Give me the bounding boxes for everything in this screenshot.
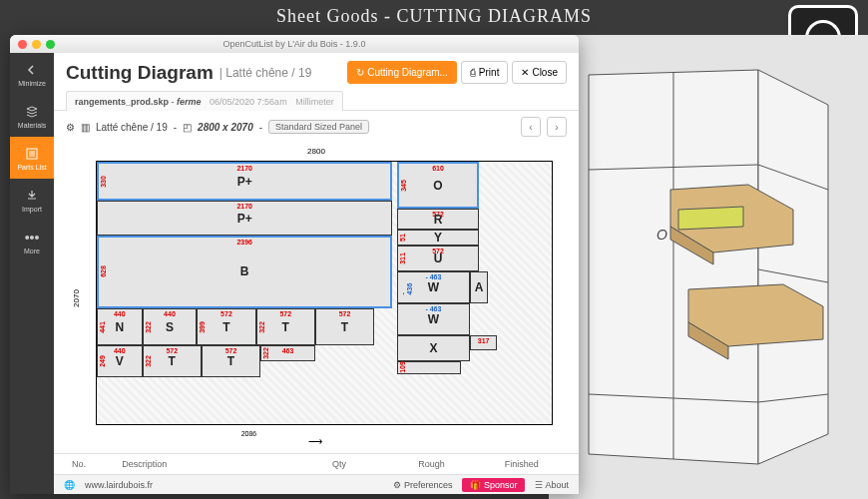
panel-size: 2800 x 2070 bbox=[198, 122, 253, 133]
cut-part-T[interactable]: T572 bbox=[315, 308, 374, 345]
part-label: T bbox=[227, 354, 234, 368]
svg-marker-2 bbox=[758, 70, 828, 464]
cut-part-V[interactable]: V440249 bbox=[97, 345, 143, 377]
cut-part-A[interactable]: A bbox=[470, 271, 488, 303]
part-label: B bbox=[240, 264, 249, 278]
prev-page-button[interactable]: ‹ bbox=[521, 117, 541, 137]
panel-info-bar: ⚙ ▥ Latté chêne / 19 - ◰ 2800 x 2070 - S… bbox=[54, 111, 579, 143]
window-title: OpenCutList by L'Air du Bois - 1.9.0 bbox=[10, 39, 579, 49]
dots-icon: ••• bbox=[24, 230, 40, 246]
sidebar-item-parts-list[interactable]: Parts List bbox=[10, 137, 54, 179]
dim-panel-height: 2070 bbox=[72, 289, 81, 307]
col-rough: Rough bbox=[386, 457, 476, 471]
dim-height: 628 bbox=[100, 266, 107, 278]
preferences-link[interactable]: ⚙ Preferences bbox=[393, 480, 452, 490]
dim-height: 322 bbox=[145, 321, 152, 333]
cut-part-S[interactable]: S440322 bbox=[143, 308, 198, 345]
import-icon bbox=[24, 188, 40, 204]
dim-width: 572 bbox=[432, 211, 444, 218]
footer-url[interactable]: www.lairdubois.fr bbox=[85, 480, 153, 490]
cut-part-W[interactable]: W- 463- 436 bbox=[397, 271, 470, 303]
refresh-icon: ↻ bbox=[356, 67, 364, 78]
grain-direction-arrow: ⟶ bbox=[308, 436, 324, 447]
dim-width: 572 bbox=[432, 248, 444, 254]
cut-part-X[interactable]: X bbox=[397, 335, 470, 361]
cut-part-offcut[interactable]: 463322 bbox=[260, 345, 315, 361]
part-label: O bbox=[433, 179, 442, 193]
footer-bar: 🌐 www.lairdubois.fr ⚙ Preferences 🎁 Spon… bbox=[54, 474, 579, 494]
titlebar: OpenCutList by L'Air du Bois - 1.9.0 bbox=[10, 35, 579, 53]
dim-width: - 463 bbox=[425, 273, 441, 280]
cut-part-offcut[interactable]: 109 bbox=[397, 361, 461, 374]
cut-part-R[interactable]: R572 bbox=[397, 209, 479, 230]
svg-marker-11 bbox=[678, 207, 743, 230]
tab-file[interactable]: rangements_prod.skp - ferme 06/05/2020 7… bbox=[66, 91, 343, 111]
gear-icon: ⚙ bbox=[393, 480, 401, 490]
dim-width: 572 bbox=[220, 310, 232, 317]
dim-height: 51 bbox=[399, 234, 406, 242]
part-label: T bbox=[282, 320, 289, 334]
dim-height: 322 bbox=[145, 355, 152, 367]
part-label: T bbox=[169, 354, 176, 368]
dim-height: 311 bbox=[399, 252, 406, 264]
dim-height: 399 bbox=[199, 321, 206, 333]
chevron-left-icon bbox=[24, 62, 40, 78]
dim-width: 463 bbox=[282, 347, 294, 354]
cut-part-P+[interactable]: P+2170 bbox=[97, 201, 392, 235]
cut-part-T[interactable]: T572322 bbox=[143, 345, 202, 377]
sidebar-item-import[interactable]: Import bbox=[10, 179, 54, 221]
part-label: S bbox=[166, 320, 174, 334]
sidebar-item-minimize[interactable]: Minimize bbox=[10, 53, 54, 95]
next-page-button[interactable]: › bbox=[547, 117, 567, 137]
dim-width: 2396 bbox=[236, 239, 252, 246]
gear-icon[interactable]: ⚙ bbox=[66, 122, 75, 133]
sheet-icon: ◰ bbox=[183, 122, 192, 133]
cut-part-Y[interactable]: Y51 bbox=[397, 230, 479, 246]
cut-part-O[interactable]: O610345 bbox=[397, 162, 479, 209]
print-button[interactable]: ⎙Print bbox=[461, 61, 509, 84]
cutting-diagram: 2800 2070 P+2170330P+2170B2396628N440441… bbox=[54, 143, 579, 453]
cut-part-U[interactable]: U572311 bbox=[397, 246, 479, 271]
cut-part-T[interactable]: T572399 bbox=[197, 308, 255, 345]
part-label: V bbox=[116, 354, 124, 368]
cut-part-B[interactable]: B2396628 bbox=[97, 236, 392, 309]
cut-part-W[interactable]: W- 463 bbox=[397, 303, 470, 335]
dim-width: 440 bbox=[164, 310, 176, 317]
part-label: W bbox=[428, 312, 439, 326]
dim-height: 322 bbox=[262, 347, 269, 359]
part-label: A bbox=[475, 280, 484, 294]
content-header: Cutting Diagram | Latté chêne / 19 ↻Cutt… bbox=[54, 53, 579, 90]
sponsor-button[interactable]: 🎁 Sponsor bbox=[462, 478, 525, 492]
cut-part-T[interactable]: T572322 bbox=[256, 308, 315, 345]
page-title: Sheet Goods - CUTTING DIAGRAMS bbox=[0, 0, 868, 33]
panel-icon: ▥ bbox=[81, 122, 90, 133]
dim-width: 2170 bbox=[236, 165, 252, 172]
cutting-diagram-button[interactable]: ↻Cutting Diagram... bbox=[347, 61, 457, 84]
sidebar-item-more[interactable]: ••• More bbox=[10, 221, 54, 262]
dim-width: 440 bbox=[114, 347, 126, 354]
dim-height: 330 bbox=[100, 176, 107, 188]
sketchup-3d-view: O bbox=[549, 35, 868, 499]
cut-part-N[interactable]: N440441 bbox=[97, 308, 143, 345]
cut-part-P+[interactable]: P+2170330 bbox=[97, 162, 392, 201]
part-label: W bbox=[428, 280, 439, 294]
stack-icon bbox=[24, 104, 40, 120]
cut-part-offcut[interactable]: 317 bbox=[470, 335, 497, 351]
dim-height: 249 bbox=[99, 355, 106, 367]
dim-width: 572 bbox=[339, 310, 351, 317]
close-button[interactable]: ✕Close bbox=[512, 61, 567, 84]
about-link[interactable]: ☰ About bbox=[535, 480, 569, 490]
sidebar-item-materials[interactable]: Materials bbox=[10, 95, 54, 137]
dim-height: 322 bbox=[258, 321, 265, 333]
col-qty: Qty bbox=[326, 457, 386, 471]
dim-width: 572 bbox=[225, 347, 237, 354]
gift-icon: 🎁 bbox=[470, 480, 481, 490]
dim-width: 610 bbox=[432, 165, 444, 172]
dim-width: - 463 bbox=[425, 305, 441, 312]
part-label: N bbox=[115, 320, 124, 334]
dim-height: 345 bbox=[400, 180, 407, 192]
dim-width: 2170 bbox=[236, 203, 252, 210]
page-heading: Cutting Diagram bbox=[66, 62, 214, 84]
part-label: T bbox=[341, 320, 348, 334]
cut-part-T[interactable]: T572 bbox=[202, 345, 260, 377]
